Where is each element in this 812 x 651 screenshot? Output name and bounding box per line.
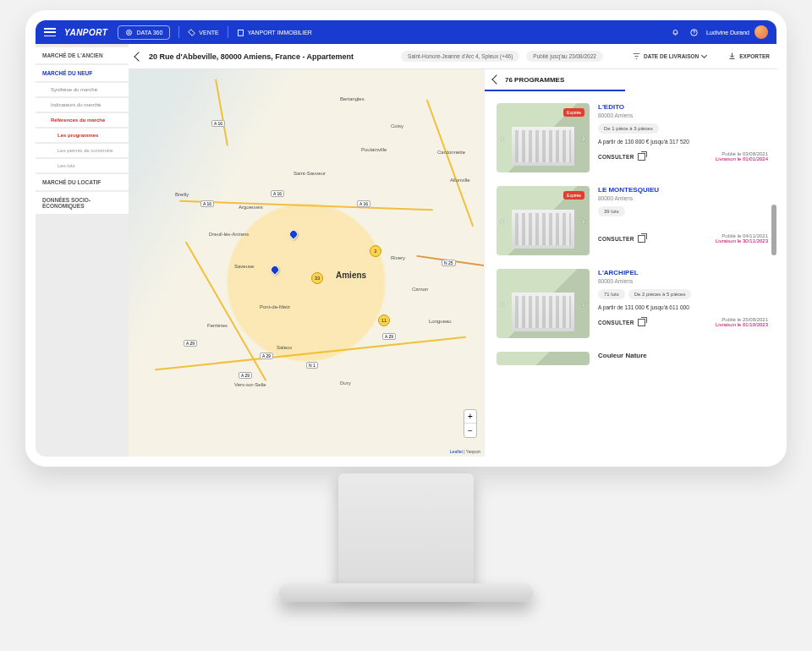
map-cluster[interactable]: 2 bbox=[370, 245, 381, 257]
image-prev-button[interactable]: ‹ bbox=[497, 132, 508, 144]
program-card: Couleur Nature bbox=[497, 352, 768, 365]
program-tag: 71 lots bbox=[598, 289, 625, 299]
program-card: Expirée ‹ › LE MONTESQUIEU 80000 Amiens … bbox=[497, 186, 768, 255]
tag-icon bbox=[188, 29, 195, 36]
map[interactable]: A 16 A 16 A 16 A 16 A 29 A 29 A 29 A 29 … bbox=[129, 69, 484, 457]
city-label: Coisy bbox=[391, 123, 403, 129]
leaflet-link[interactable]: Leaflet bbox=[450, 449, 463, 454]
program-tag: De 2 pièces à 5 pièces bbox=[628, 289, 692, 299]
sidebar-item-programmes[interactable]: Les programmes bbox=[36, 129, 129, 142]
vente-label: VENTE bbox=[199, 30, 218, 36]
program-title[interactable]: L'ARCHIPEL bbox=[598, 269, 768, 276]
city-label: Saint-Sauveur bbox=[294, 171, 326, 176]
road-label: A 16 bbox=[357, 200, 370, 207]
program-tag: 39 lots bbox=[598, 206, 625, 216]
map-attribution: Leaflet | Yanport bbox=[450, 449, 480, 454]
program-tag: De 1 pièce à 3 pièces bbox=[598, 123, 659, 134]
program-title[interactable]: L'EDITO bbox=[598, 103, 768, 111]
sidebar-item-indicateurs[interactable]: Indicateurs du marché bbox=[36, 98, 129, 112]
program-image[interactable]: ‹ › bbox=[497, 269, 590, 338]
yanport-immobilier-link[interactable]: YANPORT IMMOBILIER bbox=[237, 29, 312, 36]
image-next-button[interactable]: › bbox=[578, 132, 590, 144]
road-label: N 1 bbox=[306, 362, 318, 369]
road-label: A 16 bbox=[200, 200, 214, 207]
program-meta: Publié le 03/08/2021 Livraison le 01/01/… bbox=[716, 151, 768, 161]
program-meta: Publié le 25/08/2021 Livraison le 01/10/… bbox=[716, 317, 768, 327]
road-label: A 29 bbox=[260, 353, 273, 359]
help-button[interactable] bbox=[688, 26, 700, 38]
sidebar-item-synthese[interactable]: Synthèse du marché bbox=[36, 83, 129, 96]
city-label: Poulainville bbox=[361, 147, 387, 152]
program-price: A partir de 130 800 € jusqu'à 317 520 bbox=[598, 139, 768, 145]
sidebar-item-neuf[interactable]: MARCHÉ DU NEUF bbox=[36, 65, 129, 81]
city-label: Longueau bbox=[429, 319, 452, 324]
download-icon bbox=[728, 52, 736, 60]
city-label: Allonville bbox=[450, 178, 470, 183]
external-link-icon bbox=[638, 153, 645, 161]
vente-link[interactable]: VENTE bbox=[188, 29, 218, 36]
program-image[interactable] bbox=[497, 352, 590, 365]
consult-button[interactable]: CONSULTER bbox=[598, 153, 645, 161]
road-label: A 29 bbox=[382, 333, 396, 340]
image-next-button[interactable]: › bbox=[578, 298, 590, 309]
svg-point-0 bbox=[127, 30, 132, 35]
sidebar: MARCHÉ DE L'ANCIEN MARCHÉ DU NEUF Synthè… bbox=[36, 44, 129, 457]
results-header: 76 PROGRAMMES bbox=[485, 69, 625, 91]
sidebar-item-permis[interactable]: Les permis de construire bbox=[36, 144, 129, 157]
sidebar-item-locatif[interactable]: MARCHÉ DU LOCATIF bbox=[36, 174, 129, 190]
external-link-icon bbox=[638, 319, 645, 326]
map-cluster[interactable]: 11 bbox=[378, 315, 390, 326]
program-meta: Publié le 04/11/2021 Livraison le 30/11/… bbox=[716, 233, 768, 243]
svg-rect-2 bbox=[238, 30, 243, 36]
city-label: Saveuse bbox=[234, 264, 254, 269]
building-icon bbox=[237, 29, 244, 36]
program-title[interactable]: LE MONTESQUIEU bbox=[598, 186, 768, 194]
filter-chip-date[interactable]: Publié jusq'au 23/08/2022 bbox=[526, 51, 603, 62]
city-label: Vers-sur-Selle bbox=[234, 382, 266, 387]
svg-point-1 bbox=[129, 31, 130, 33]
zoom-out-button[interactable]: − bbox=[464, 424, 476, 437]
consult-button[interactable]: CONSULTER bbox=[598, 235, 645, 243]
program-title[interactable]: Couleur Nature bbox=[598, 352, 768, 359]
consult-label: CONSULTER bbox=[598, 154, 634, 160]
yan-immo-label: YANPORT IMMOBILIER bbox=[248, 30, 312, 36]
filter-icon bbox=[633, 52, 640, 60]
sidebar-item-references[interactable]: Références du marché bbox=[36, 113, 129, 127]
external-link-icon bbox=[638, 235, 645, 243]
sidebar-item-socio[interactable]: DONNÉES SOCIO-ÉCONOMIQUES bbox=[36, 192, 129, 214]
image-next-button[interactable]: › bbox=[578, 215, 590, 227]
results-pane: 76 PROGRAMMES Expirée ‹ › bbox=[484, 69, 776, 457]
road-label: A 29 bbox=[184, 340, 197, 347]
zoom-in-button[interactable]: + bbox=[464, 410, 476, 424]
back-button[interactable] bbox=[134, 52, 143, 61]
breadcrumb-bar: 20 Rue d'Abbeville, 80000 Amiens, France… bbox=[129, 44, 776, 69]
program-image[interactable]: Expirée ‹ › bbox=[497, 186, 590, 255]
sort-button[interactable]: DATE DE LIVRAISON bbox=[633, 52, 706, 60]
notifications-button[interactable] bbox=[669, 26, 681, 38]
results-list: Expirée ‹ › L'EDITO 80000 Amiens De 1 pi… bbox=[485, 91, 776, 457]
sidebar-item-lots[interactable]: Les lots bbox=[36, 159, 129, 172]
sidebar-item-ancien[interactable]: MARCHÉ DE L'ANCIEN bbox=[36, 47, 129, 63]
consult-label: CONSULTER bbox=[598, 320, 634, 326]
avatar[interactable] bbox=[754, 25, 768, 39]
consult-label: CONSULTER bbox=[598, 236, 634, 242]
scrollbar-thumb[interactable] bbox=[771, 205, 776, 255]
city-label: Argoeuves bbox=[239, 205, 263, 210]
consult-button[interactable]: CONSULTER bbox=[598, 319, 645, 326]
program-location: 80000 Amiens bbox=[598, 278, 768, 284]
filter-chip-zone[interactable]: Saint-Honore-Jeanne d'Arc 4, Spleux (+46… bbox=[401, 51, 519, 62]
data360-button[interactable]: DATA 360 bbox=[118, 25, 170, 40]
export-button[interactable]: EXPORTER bbox=[728, 52, 770, 60]
hamburger-icon[interactable] bbox=[44, 28, 56, 36]
program-image[interactable]: Expirée ‹ › bbox=[497, 103, 590, 172]
city-label: Bertangles bbox=[340, 96, 365, 101]
city-label: Rivery bbox=[391, 255, 405, 260]
user-name[interactable]: Ludivine Durand bbox=[706, 30, 749, 36]
program-card: Expirée ‹ › L'EDITO 80000 Amiens De 1 pi… bbox=[497, 103, 768, 172]
road-label: A 16 bbox=[211, 120, 225, 127]
image-prev-button[interactable]: ‹ bbox=[497, 215, 508, 227]
map-cluster[interactable]: 33 bbox=[311, 272, 323, 284]
city-label-amiens: Amiens bbox=[336, 271, 366, 280]
image-prev-button[interactable]: ‹ bbox=[497, 298, 508, 309]
results-back-button[interactable] bbox=[491, 74, 501, 84]
